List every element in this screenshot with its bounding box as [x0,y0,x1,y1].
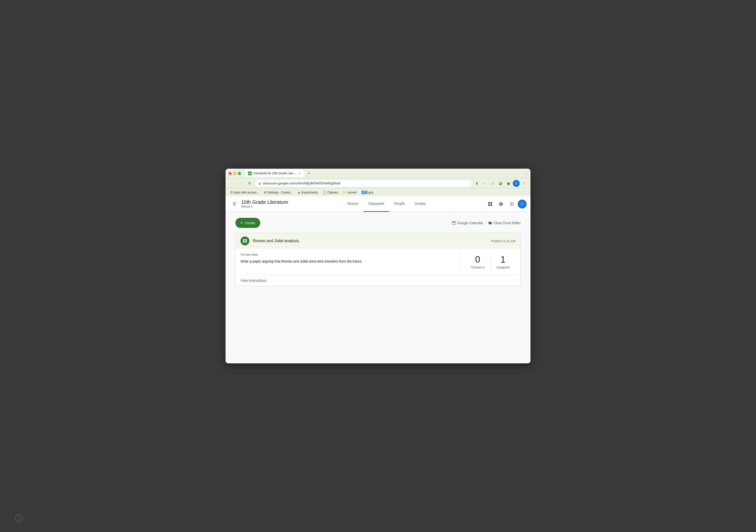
bookmark-classes-label: Classes [327,191,338,194]
classroom-header: ☰ 10th Grade Literature Period 3 Stream … [226,196,530,212]
turned-in-count: 0 [471,255,484,265]
google-apps-icon [509,201,514,206]
create-plus-icon: + [240,220,243,226]
close-window-button[interactable] [229,172,232,175]
bookmark-experiments[interactable]: ▲ Experiments [295,190,320,195]
header-profile-button[interactable]: D [518,200,526,208]
card-view-icon [488,201,493,206]
bookmark-classes[interactable]: 📋 Classes [321,190,340,195]
calendar-icon [452,221,456,225]
window-controls[interactable]: ⌄ [525,172,527,175]
bookmark-gcp-icon: API [362,191,367,194]
tab-close-button[interactable]: × [298,172,301,175]
new-tab-button[interactable]: + [305,170,312,177]
bookmark-classes-icon: 📋 [323,191,326,194]
address-bar: ← → ↻ 🔒 classroom.google.com/u/0/w/NjEyM… [226,178,530,188]
sidebar-toggle-icon[interactable]: ▣ [505,180,512,187]
share-icon[interactable]: ↑ [481,180,488,187]
svg-rect-0 [488,202,490,204]
minimize-window-button[interactable] [233,172,236,175]
assignment-footer: View instructions [236,275,520,286]
bookmark-current-label: current [347,191,357,194]
lock-icon: 🔒 [258,182,261,185]
back-button[interactable]: ← [229,180,235,187]
title-bar: C Classwork for 10th Grade Liter… × + ⌄ [226,169,530,178]
traffic-lights [229,172,241,175]
reload-button[interactable]: ↻ [246,180,253,187]
card-view-button[interactable] [485,199,495,209]
drive-folder-icon [488,221,492,225]
assignment-info: No due date Write a paper arguing that R… [240,253,455,271]
bookmark-apps[interactable]: G Apps with access... [229,190,261,195]
assignment-icon [240,236,249,245]
maximize-window-button[interactable] [238,172,241,175]
forward-button[interactable]: → [237,180,244,187]
tab-classwork[interactable]: Classwork [364,196,389,212]
toolbar-links: Google Calendar Class Drive folder [452,221,521,225]
assigned-count: 1 [497,255,510,265]
tab-stream[interactable]: Stream [342,196,363,212]
due-date: No due date [240,253,455,256]
assignment-card: Romeo and Juliet analysis. Posted 11:51 … [235,233,521,286]
assignment-doc-icon [242,238,247,243]
assignment-header[interactable]: Romeo and Juliet analysis. Posted 11:51 … [236,233,520,249]
bookmark-gcp[interactable]: API gcp [360,190,375,195]
browser-profile-badge[interactable]: D [513,180,520,187]
settings-icon [499,201,503,206]
create-button[interactable]: + Create [235,218,260,228]
assignment-body: No due date Write a paper arguing that R… [236,249,520,275]
bookmark-experiments-icon: ▲ [297,191,300,194]
class-drive-folder-link[interactable]: Class Drive folder [488,221,521,225]
header-nav: Stream Classwork People Grades [342,196,431,212]
assignment-stats: 0 Turned in 1 Assigned [460,253,516,271]
class-period: Period 3 [241,205,288,208]
svg-rect-3 [490,204,492,206]
help-button[interactable]: ? [15,514,23,522]
bookmark-settings-label: Settings - Cookie... [268,191,292,194]
address-icons: ⬇ ↑ ☆ 🧩 ▣ D ⋮ [473,180,527,187]
bookmarks-bar: G Apps with access... ⚙ Settings - Cooki… [226,188,530,196]
assignment-posted: Posted 11:51 AM [491,239,516,243]
main-content: + Create Google Calendar Class Dr [226,212,530,363]
tab-bar: C Classwork for 10th Grade Liter… × + [245,170,523,177]
bookmark-settings-icon: ⚙ [264,191,267,194]
browser-window: C Classwork for 10th Grade Liter… × + ⌄ … [226,169,530,363]
bookmark-apps-label: Apps with access... [234,191,259,194]
view-instructions-link[interactable]: View instructions [240,279,266,282]
browser-menu-icon[interactable]: ⋮ [521,180,527,187]
bookmark-icon[interactable]: ☆ [489,180,496,187]
apps-button[interactable] [507,199,517,209]
bookmark-gcp-label: gcp [368,191,373,194]
assigned-label: Assigned [497,266,510,269]
google-calendar-link[interactable]: Google Calendar [452,221,483,225]
tab-grades[interactable]: Grades [410,196,431,212]
settings-button[interactable] [496,199,506,209]
class-title-section: 10th Grade Literature Period 3 [241,200,288,208]
tab-people[interactable]: People [389,196,410,212]
bookmark-apps-icon: G [230,191,233,194]
assignment-title: Romeo and Juliet analysis. [253,239,488,243]
bookmark-experiments-label: Experiments [301,191,318,194]
url-bar[interactable]: 🔒 classroom.google.com/u/0/w/NjEyMDI4ODI… [255,180,472,187]
turned-in-label: Turned in [471,266,484,269]
url-text: classroom.google.com/u/0/w/NjEyMDI4ODIxM… [263,181,340,185]
class-name: 10th Grade Literature [241,200,288,205]
header-actions: D [485,199,526,209]
active-tab[interactable]: C Classwork for 10th Grade Liter… × [245,170,304,177]
bookmark-current[interactable]: 📁 current [341,190,359,195]
tab-favicon: C [248,171,252,175]
turned-in-stat[interactable]: 0 Turned in [465,253,490,271]
svg-rect-2 [488,204,490,206]
content-toolbar: + Create Google Calendar Class Dr [235,218,521,228]
app-content: ☰ 10th Grade Literature Period 3 Stream … [226,196,530,363]
hamburger-menu-button[interactable]: ☰ [230,199,239,209]
svg-rect-1 [490,202,492,204]
assignment-description: Write a paper arguing that Romeo and Jul… [240,259,455,264]
extension-icon[interactable]: 🧩 [497,180,504,187]
tab-title: Classwork for 10th Grade Liter… [253,172,296,175]
assigned-stat[interactable]: 1 Assigned [490,253,516,271]
bookmark-settings[interactable]: ⚙ Settings - Cookie... [262,190,294,195]
download-icon[interactable]: ⬇ [473,180,480,187]
bookmark-current-icon: 📁 [343,191,346,194]
